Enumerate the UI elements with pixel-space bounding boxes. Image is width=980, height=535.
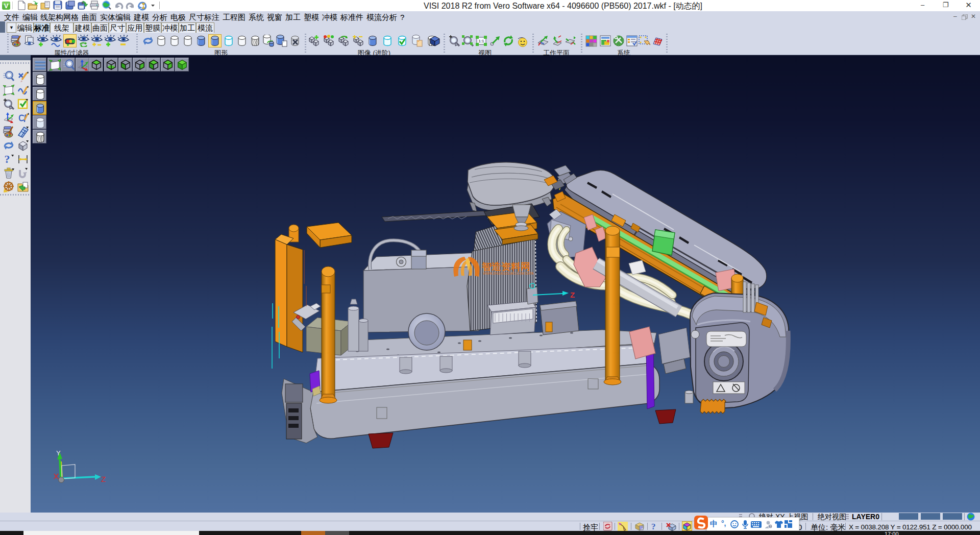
svg-text:V: V <box>4 2 9 10</box>
svg-text:智造资料网: 智造资料网 <box>481 261 530 272</box>
svg-text:7: 7 <box>769 525 771 528</box>
svg-text:WWW.ZHIZAOZILIAO.COM DATA: WWW.ZHIZAOZILIAO.COM DATA <box>483 272 534 275</box>
svg-text:Z: Z <box>101 475 106 483</box>
svg-text:Y: Y <box>56 449 61 457</box>
svg-text:Z: Z <box>570 290 575 299</box>
